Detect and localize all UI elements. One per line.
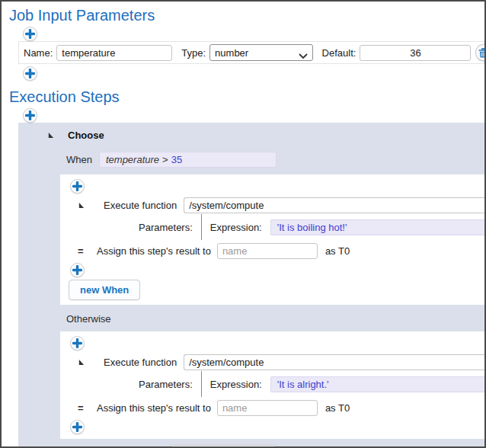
plus-icon (25, 110, 35, 120)
parameters-label: Parameters: (139, 379, 193, 390)
new-when-button[interactable]: new When (69, 280, 140, 300)
assign-result-label: Assign this step's result to (97, 245, 211, 257)
parameter-type-label: Type: (181, 47, 206, 59)
expression-label: Expression: (210, 222, 262, 233)
assign-equals-marker: = (78, 402, 97, 414)
delete-parameter-button[interactable] (475, 44, 486, 61)
choose-step-panel: Choose When temperature > 35 Execute fun… (18, 123, 486, 448)
collapse-triangle-icon[interactable] (78, 359, 85, 366)
expression-input[interactable]: 'It is alright.' (270, 376, 486, 392)
add-parameter-button-top[interactable] (23, 27, 37, 41)
expression-value: 'It is alright.' (277, 379, 329, 390)
otherwise-label: Otherwise (18, 313, 486, 325)
collapse-triangle-icon[interactable] (47, 132, 54, 139)
add-step-button-when-bottom[interactable] (70, 263, 85, 277)
assign-result-label: Assign this step's result to (97, 402, 211, 414)
chevron-down-icon (299, 50, 308, 62)
when-branch-panel: Execute function Parameters: Expression:… (60, 174, 486, 305)
choose-step-label: Choose (68, 130, 104, 141)
parameter-name-input[interactable] (56, 45, 172, 61)
add-step-button-otherwise-top[interactable] (70, 336, 85, 350)
parameter-type-value: number (215, 47, 248, 59)
add-parameter-button-bottom[interactable] (23, 66, 37, 81)
assign-result-input[interactable] (217, 243, 318, 259)
execution-steps-title: Execution Steps (9, 88, 484, 106)
flowforce-job-config-page: { "job_input_parameters": { "title": "Jo… (0, 0, 486, 448)
assign-as-type-label: as T0 (325, 402, 350, 414)
divider (201, 214, 202, 240)
parameter-default-label: Default: (322, 47, 357, 59)
otherwise-branch-panel: Execute function Parameters: Expression:… (60, 331, 486, 439)
plus-icon (72, 265, 82, 275)
collapse-triangle-icon[interactable] (78, 202, 85, 209)
choose-assign-result-input[interactable] (170, 445, 277, 448)
expression-value: 'It is boiling hot!' (277, 222, 347, 233)
divider (201, 371, 202, 397)
assign-as-type-label: as T0 (325, 245, 350, 257)
when-expression-operator: > (162, 154, 168, 165)
add-step-button-otherwise-bottom[interactable] (70, 420, 85, 434)
parameter-name-label: Name: (24, 47, 53, 59)
parameter-default-input[interactable] (360, 45, 471, 61)
plus-icon (72, 422, 82, 432)
when-expression-variable: temperature (106, 154, 159, 165)
when-expression-value: 35 (171, 154, 182, 165)
when-label: When (66, 154, 92, 165)
execute-function-input[interactable] (184, 354, 486, 370)
plus-icon (72, 338, 82, 348)
execute-function-input[interactable] (184, 197, 486, 213)
plus-icon (72, 181, 82, 191)
add-step-button-when-top[interactable] (70, 179, 85, 194)
assign-equals-marker: = (78, 245, 97, 257)
expression-label: Expression: (210, 379, 262, 390)
expression-input[interactable]: 'It is boiling hot!' (270, 219, 486, 235)
parameter-row: Name: Type: number Default: (18, 41, 484, 64)
parameters-label: Parameters: (139, 222, 193, 233)
plus-icon (25, 69, 35, 78)
add-step-button-top[interactable] (23, 108, 37, 123)
parameter-type-select[interactable]: number (209, 44, 312, 61)
execute-function-label: Execute function (104, 357, 177, 368)
trash-icon (478, 48, 486, 58)
assign-result-input[interactable] (217, 400, 318, 416)
job-input-parameters-title: Job Input Parameters (9, 7, 484, 24)
when-condition-input[interactable]: temperature > 35 (99, 152, 277, 168)
execute-function-label: Execute function (104, 200, 177, 211)
plus-icon (25, 29, 35, 39)
